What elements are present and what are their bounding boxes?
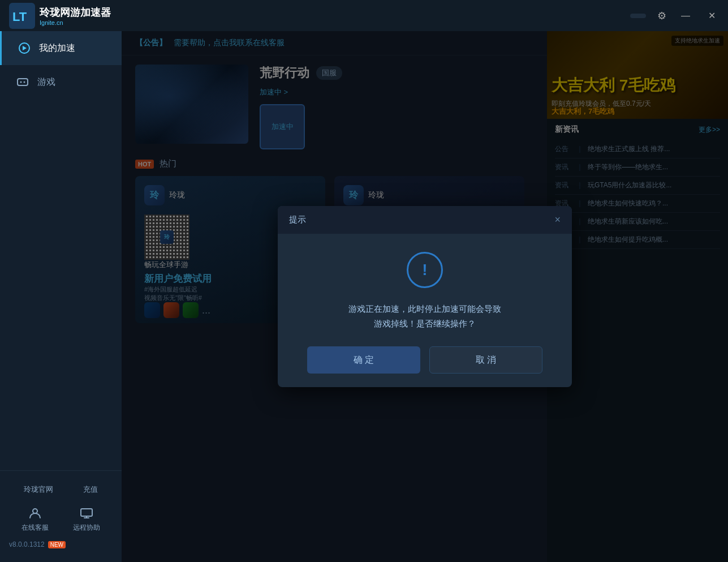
svg-text:LT: LT — [12, 10, 27, 24]
svg-rect-7 — [81, 509, 92, 516]
remote-icon — [79, 505, 94, 521]
svg-point-4 — [20, 81, 22, 83]
dialog-header: 提示 × — [278, 206, 572, 234]
sidebar-bottom: 玲珑官网 充值 在线客服 — [0, 470, 122, 562]
content-area: 【公告】 需要帮助，点击我联系在线客服 荒野行动 国服 加速中 > 加速中 HO… — [122, 31, 728, 562]
dialog-cancel-button[interactable]: 取 消 — [429, 346, 542, 374]
minimize-button[interactable]: — — [678, 10, 693, 22]
sidebar-links: 玲珑官网 充值 — [0, 480, 122, 499]
dialog-overlay[interactable]: 提示 × ! 游戏正在加速，此时停止加速可能会导致 游戏掉线！是否继续操作？ 确… — [122, 31, 728, 562]
sidebar-item-label: 游戏 — [37, 76, 55, 88]
new-badge: NEW — [48, 541, 66, 548]
acceleration-icon — [18, 41, 31, 55]
sidebar-bottom-btns: 在线客服 远程协助 — [0, 499, 122, 536]
remote-btn[interactable]: 远程协助 — [73, 505, 100, 533]
sidebar-nav: 我的加速 游戏 — [0, 31, 122, 470]
sidebar: 我的加速 游戏 玲珑官网 充值 — [0, 31, 122, 562]
sidebar-item-label: 我的加速 — [39, 42, 75, 54]
version-text: v8.0.0.1312 — [9, 540, 45, 548]
games-icon — [16, 75, 29, 89]
dialog-close-button[interactable]: × — [554, 214, 561, 226]
svg-point-5 — [24, 81, 25, 83]
main-layout: 我的加速 游戏 玲珑官网 充值 — [0, 31, 728, 562]
official-site-link[interactable]: 玲珑官网 — [24, 484, 53, 495]
title-controls: ⚙ — ✕ — [630, 9, 719, 22]
title-bar: LT 玲珑网游加速器 Ignite.cn ⚙ — ✕ — [0, 0, 728, 31]
settings-button[interactable]: ⚙ — [657, 10, 666, 22]
dialog-buttons: 确 定 取 消 — [291, 346, 558, 374]
app-subtitle: Ignite.cn — [40, 19, 111, 26]
support-btn[interactable]: 在线客服 — [21, 505, 49, 533]
dialog-warning-icon: ! — [407, 252, 443, 288]
dialog-confirm-button[interactable]: 确 定 — [307, 346, 420, 374]
app-logo: LT 玲珑网游加速器 Ignite.cn — [9, 3, 111, 29]
svg-point-6 — [33, 509, 37, 513]
app-title: 玲珑网游加速器 — [40, 6, 111, 19]
dialog-message: 游戏正在加速，此时停止加速可能会导致 游戏掉线！是否继续操作？ — [291, 302, 558, 331]
sidebar-item-games[interactable]: 游戏 — [0, 65, 122, 99]
sidebar-item-my-acceleration[interactable]: 我的加速 — [0, 31, 122, 65]
svg-rect-3 — [18, 79, 28, 85]
dialog-body: ! 游戏正在加速，此时停止加速可能会导致 游戏掉线！是否继续操作？ 确 定 取 … — [278, 234, 572, 387]
dialog: 提示 × ! 游戏正在加速，此时停止加速可能会导致 游戏掉线！是否继续操作？ 确… — [278, 206, 572, 387]
recharge-link[interactable]: 充值 — [83, 484, 98, 495]
user-area[interactable] — [630, 14, 646, 18]
dialog-title: 提示 — [289, 214, 306, 225]
version-bar: v8.0.0.1312 NEW — [0, 536, 122, 553]
support-icon — [27, 505, 43, 521]
logo-icon: LT — [9, 3, 35, 29]
close-button[interactable]: ✕ — [705, 9, 719, 22]
